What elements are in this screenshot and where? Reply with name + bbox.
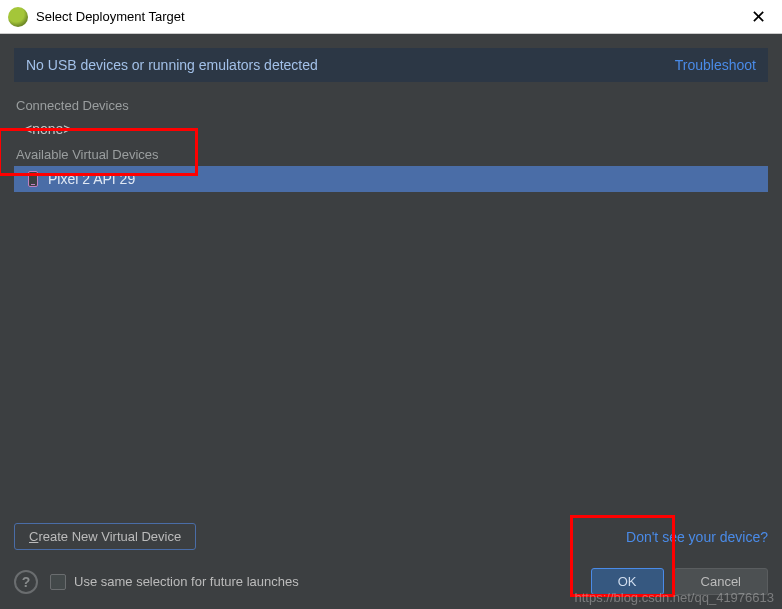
message-bar: No USB devices or running emulators dete… <box>14 48 768 82</box>
device-name: Pixel 2 API 29 <box>48 171 135 187</box>
cancel-button[interactable]: Cancel <box>674 568 768 595</box>
device-list: Pixel 2 API 29 <box>14 166 768 515</box>
close-button[interactable]: ✕ <box>742 3 774 31</box>
checkbox-box <box>50 574 66 590</box>
available-devices-label: Available Virtual Devices <box>14 147 768 162</box>
bottom-row: ? Use same selection for future launches… <box>14 568 768 595</box>
dialog-content: No USB devices or running emulators dete… <box>0 34 782 609</box>
create-virtual-device-button[interactable]: Create New Virtual Device <box>14 523 196 550</box>
action-buttons: OK Cancel <box>591 568 768 595</box>
window-title: Select Deployment Target <box>36 9 742 24</box>
android-icon <box>8 7 28 27</box>
device-row-pixel2[interactable]: Pixel 2 API 29 <box>14 166 768 192</box>
remember-selection-checkbox[interactable]: Use same selection for future launches <box>50 574 299 590</box>
help-icon[interactable]: ? <box>14 570 38 594</box>
troubleshoot-link[interactable]: Troubleshoot <box>675 57 756 73</box>
checkbox-label: Use same selection for future launches <box>74 574 299 589</box>
titlebar: Select Deployment Target ✕ <box>0 0 782 34</box>
connected-devices-label: Connected Devices <box>14 98 768 113</box>
phone-icon <box>28 171 38 187</box>
mid-button-row: Create New Virtual Device Don't see your… <box>14 523 768 550</box>
ok-button[interactable]: OK <box>591 568 664 595</box>
dont-see-device-link[interactable]: Don't see your device? <box>626 529 768 545</box>
message-text: No USB devices or running emulators dete… <box>26 57 675 73</box>
connected-devices-none: <none> <box>14 117 768 141</box>
